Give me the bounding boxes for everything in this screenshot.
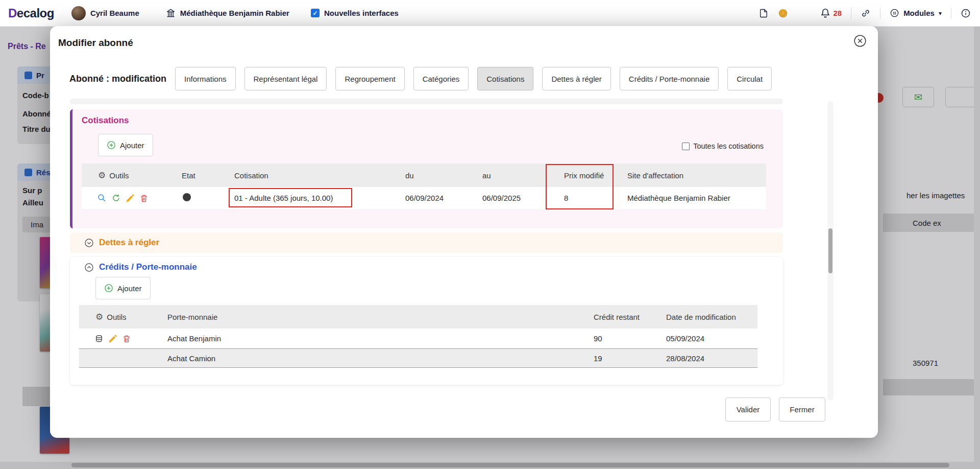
cotisations-table: ⚙ Outils Etat Cotisation du au Prix modi… — [82, 163, 766, 209]
checkbox-icon[interactable] — [682, 143, 690, 150]
tab-credits[interactable]: Crédits / Porte-monnaie — [620, 67, 719, 90]
plus-circle-icon — [107, 140, 116, 150]
site-name: Médiathèque Benjamin Rabier — [180, 9, 289, 17]
dettes-heading: Dettes à régler — [99, 238, 159, 248]
prix-modifie-value: 8 — [564, 194, 627, 202]
modules-menu[interactable]: Modules ▾ — [890, 8, 942, 18]
tab-informations[interactable]: Informations — [175, 67, 236, 90]
chevron-down-icon: ▾ — [939, 10, 942, 17]
user-name: Cyril Beaume — [90, 9, 139, 17]
add-button-label: Ajouter — [120, 141, 144, 150]
modules-icon — [890, 8, 899, 18]
checkbox-label: Toutes les cotisations — [693, 142, 764, 150]
bell-icon — [820, 8, 831, 19]
modules-label: Modules — [903, 9, 935, 17]
col-cotisation: Cotisation — [234, 171, 405, 180]
credit-restant-value: 90 — [594, 334, 666, 343]
col-au: au — [482, 171, 564, 180]
collapsed-section-edge — [70, 99, 783, 104]
porte-monnaie-name: Achat Benjamin — [167, 334, 594, 343]
avatar — [71, 6, 86, 20]
separator — [880, 8, 880, 19]
close-icon[interactable] — [853, 34, 867, 50]
fermer-button[interactable]: Fermer — [779, 397, 825, 421]
edit-icon[interactable] — [108, 334, 117, 343]
porte-monnaie-row: Achat Benjamin 90 05/09/2024 — [79, 329, 757, 349]
credits-table: ⚙ Outils Porte-monnaie Crédit restant Da… — [79, 305, 757, 368]
checked-checkbox-icon[interactable]: ✓ — [311, 9, 320, 17]
site-selector[interactable]: Médiathèque Benjamin Rabier — [166, 8, 289, 18]
tab-circulations[interactable]: Circulat — [727, 67, 772, 90]
info-icon[interactable] — [961, 8, 971, 18]
modal-title: Modifier abonné — [58, 37, 133, 49]
tab-categories[interactable]: Catégories — [413, 67, 469, 90]
valider-button[interactable]: Valider — [725, 397, 771, 421]
toutes-cotisations-checkbox[interactable]: Toutes les cotisations — [682, 142, 764, 150]
edit-icon[interactable] — [126, 194, 135, 203]
logo-text: ecalog — [17, 6, 54, 20]
section-header: Abonné : modification — [69, 74, 166, 84]
col-site: Site d'affectation — [627, 171, 766, 180]
col-porte-monnaie: Porte-monnaie — [167, 313, 594, 321]
modal-scrollbar[interactable] — [827, 101, 834, 401]
tab-dettes[interactable]: Dettes à régler — [542, 67, 610, 90]
new-interfaces-toggle[interactable]: ✓ Nouvelles interfaces — [311, 9, 399, 17]
app-logo[interactable]: Decalog — [8, 6, 54, 20]
date-au: 06/09/2025 — [482, 194, 564, 202]
date-du: 06/09/2024 — [405, 194, 482, 202]
col-outils: Outils — [109, 171, 129, 180]
cotisation-value: 01 - Adulte (365 jours, 10.00) — [234, 194, 405, 202]
cotisations-heading: Cotisations — [82, 115, 129, 126]
credits-heading: Crédits / Porte-monnaie — [99, 262, 197, 272]
tab-regroupement[interactable]: Regroupement — [335, 67, 404, 90]
separator — [851, 8, 851, 19]
add-porte-monnaie-button[interactable]: Ajouter — [95, 277, 151, 299]
col-etat: Etat — [182, 171, 234, 180]
status-dot — [183, 193, 191, 201]
notifications-button[interactable]: 28 — [820, 8, 842, 19]
col-outils: Outils — [107, 313, 126, 321]
porte-monnaie-row: Achat Camion 19 28/08/2024 — [79, 349, 757, 368]
col-du: du — [405, 171, 482, 180]
dettes-section[interactable]: Dettes à régler — [70, 232, 783, 253]
logo-letter: D — [8, 6, 17, 20]
table-header: ⚙ Outils Porte-monnaie Crédit restant Da… — [79, 305, 757, 329]
view-icon[interactable] — [97, 193, 107, 203]
link-icon[interactable] — [861, 8, 871, 18]
renew-icon[interactable] — [111, 193, 121, 203]
document-icon[interactable] — [758, 8, 769, 18]
credit-restant-value: 19 — [594, 354, 666, 363]
site-affectation-value: Médiathèque Benjamin Rabier — [627, 194, 766, 202]
add-cotisation-button[interactable]: Ajouter — [98, 134, 153, 156]
topbar: Decalog Cyril Beaume Médiathèque Benjami… — [0, 0, 980, 27]
date-modification-value: 05/09/2024 — [666, 334, 757, 343]
coin-icon[interactable] — [778, 8, 788, 18]
chevron-down-circle-icon[interactable] — [84, 238, 94, 248]
cotisations-section: Cotisations Ajouter Toutes les cotisatio… — [70, 109, 783, 228]
separator — [951, 8, 951, 19]
add-button-label: Ajouter — [117, 284, 142, 293]
date-modification-value: 28/08/2024 — [666, 354, 757, 363]
tab-representant-legal[interactable]: Représentant légal — [244, 67, 327, 90]
modifier-abonne-modal: Modifier abonné Abonné : modification In… — [50, 26, 878, 438]
topbar-actions: 28 Modules ▾ — [758, 8, 971, 19]
gear-icon: ⚙ — [98, 171, 106, 180]
credits-section: Crédits / Porte-monnaie Ajouter ⚙ Outils… — [70, 257, 783, 385]
coins-icon[interactable] — [94, 334, 104, 343]
col-date-modification: Date de modification — [666, 313, 757, 321]
plus-circle-icon — [104, 284, 113, 293]
delete-icon[interactable] — [139, 194, 149, 203]
scrollbar-thumb[interactable] — [828, 228, 832, 273]
delete-icon[interactable] — [122, 334, 131, 343]
modal-tabs: Abonné : modification Informations Repré… — [69, 66, 825, 91]
chevron-up-circle-icon[interactable] — [84, 263, 94, 272]
building-icon — [166, 8, 176, 18]
gear-icon: ⚙ — [95, 313, 103, 321]
table-header: ⚙ Outils Etat Cotisation du au Prix modi… — [82, 163, 766, 187]
porte-monnaie-name: Achat Camion — [167, 354, 594, 363]
col-credit-restant: Crédit restant — [594, 313, 666, 321]
tab-cotisations[interactable]: Cotisations — [477, 67, 533, 90]
new-interfaces-label: Nouvelles interfaces — [324, 9, 399, 17]
user-menu[interactable]: Cyril Beaume — [71, 6, 139, 20]
col-prix-modifie: Prix modifié — [564, 171, 627, 180]
